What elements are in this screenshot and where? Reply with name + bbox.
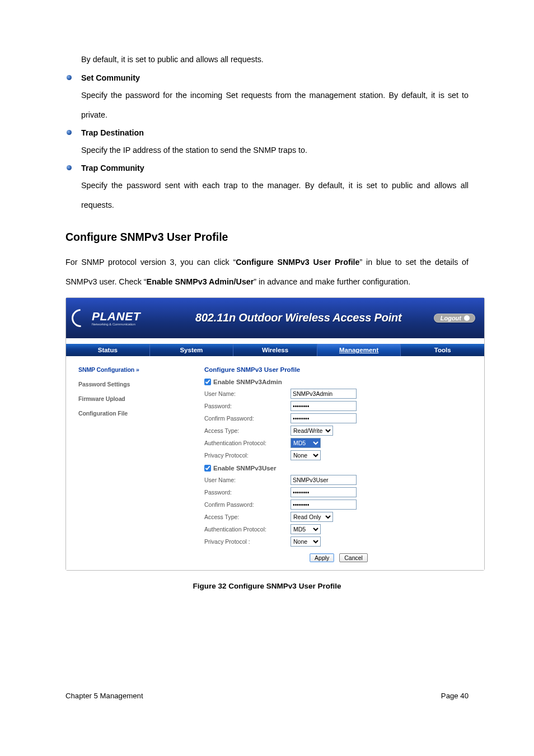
bullet-item: Set Community Specify the password for t… <box>65 73 469 125</box>
main-nav: Status System Wireless Management Tools <box>66 344 484 356</box>
bullet-icon <box>67 130 72 135</box>
router-screenshot: PLANET Networking & Communication 802.11… <box>65 297 485 571</box>
power-icon <box>464 315 470 321</box>
enable-snmpv3-user-row: Enable SNMPv3User <box>204 465 473 472</box>
footer-chapter: Chapter 5 Management <box>65 692 143 700</box>
bullet-title: Set Community <box>81 73 140 82</box>
logout-button[interactable]: Logout <box>434 314 475 323</box>
side-menu: SNMP Configuration» Password Settings Fi… <box>66 356 182 570</box>
para-bold: Enable SNMPv3 Admin/User <box>147 277 254 286</box>
user-username-input[interactable] <box>291 475 357 485</box>
admin-field-grid: User Name: Password: Confirm Password: A… <box>204 389 473 460</box>
sidebar-item-snmp-configuration[interactable]: SNMP Configuration» <box>78 366 176 373</box>
admin-access-select[interactable]: Read/Write <box>291 426 333 436</box>
sidebar-item-firmware-upload[interactable]: Firmware Upload <box>78 395 176 402</box>
user-confirm-label: Confirm Password: <box>204 501 288 508</box>
bullet-title: Trap Community <box>81 164 144 172</box>
enable-snmpv3-user-checkbox[interactable] <box>204 465 211 472</box>
user-priv-label: Privacy Protocol : <box>204 538 288 545</box>
router-header: PLANET Networking & Communication 802.11… <box>66 298 484 338</box>
intro-text: By default, it is set to public and allo… <box>81 50 469 69</box>
config-title-link[interactable]: Configure SNMPv3 User Profile <box>204 366 473 373</box>
bullet-desc: Specify the password sent with each trap… <box>81 176 469 215</box>
admin-username-input[interactable] <box>291 389 357 399</box>
para-bold: Configure SNMPv3 User Profile <box>236 258 359 267</box>
enable-snmpv3-admin-row: Enable SNMPv3Admin <box>204 379 473 385</box>
user-confirm-input[interactable] <box>291 500 357 510</box>
bullet-item: Trap Community Specify the password sent… <box>65 164 469 215</box>
admin-priv-label: Privacy Protocol: <box>204 452 288 459</box>
tab-system[interactable]: System <box>150 344 234 356</box>
chevron-right-icon: » <box>136 366 139 373</box>
user-priv-select[interactable]: None <box>291 536 321 547</box>
user-auth-label: Authentication Protocol: <box>204 526 288 533</box>
user-access-label: Access Type: <box>204 514 288 520</box>
user-password-label: Password: <box>204 489 288 496</box>
section-paragraph: For SNMP protocol version 3, you can cli… <box>65 253 469 292</box>
bullet-desc: Specify the password for the incoming Se… <box>81 86 469 125</box>
device-title: 802.11n Outdoor Wireless Access Point <box>195 311 401 324</box>
para-text: ” in advance and make further configurat… <box>254 277 410 286</box>
bullet-icon <box>67 165 72 170</box>
admin-username-label: User Name: <box>204 390 288 397</box>
planet-swirl-icon <box>68 305 93 330</box>
brand-logo: PLANET Networking & Communication <box>72 309 140 327</box>
tab-management[interactable]: Management <box>317 344 401 356</box>
sidebar-item-password-settings[interactable]: Password Settings <box>78 381 176 388</box>
admin-confirm-label: Confirm Password: <box>204 415 288 422</box>
page-footer: Chapter 5 Management Page 40 <box>65 692 469 700</box>
apply-button[interactable]: Apply <box>310 553 334 562</box>
user-field-grid: User Name: Password: Confirm Password: A… <box>204 475 473 547</box>
user-auth-select[interactable]: MD5 <box>291 524 321 534</box>
header-strip <box>66 338 484 344</box>
admin-priv-select[interactable]: None <box>291 450 321 460</box>
figure-caption: Figure 32 Configure SNMPv3 User Profile <box>65 582 469 590</box>
tab-status[interactable]: Status <box>66 344 150 356</box>
logout-label: Logout <box>441 315 461 321</box>
footer-page-number: Page 40 <box>441 692 469 700</box>
action-button-row: Apply Cancel <box>204 553 473 562</box>
admin-password-label: Password: <box>204 403 288 409</box>
cancel-button[interactable]: Cancel <box>339 553 368 562</box>
enable-snmpv3-admin-checkbox[interactable] <box>204 379 211 385</box>
sidebar-item-configuration-file[interactable]: Configuration File <box>78 410 176 417</box>
tab-wireless[interactable]: Wireless <box>233 344 317 356</box>
enable-snmpv3-user-label: Enable SNMPv3User <box>213 465 277 472</box>
bullet-title: Trap Destination <box>81 128 144 137</box>
enable-snmpv3-admin-label: Enable SNMPv3Admin <box>213 379 282 385</box>
admin-confirm-input[interactable] <box>291 413 357 423</box>
user-password-input[interactable] <box>291 487 357 497</box>
tab-tools[interactable]: Tools <box>401 344 484 356</box>
user-access-select[interactable]: Read Only <box>291 512 333 522</box>
bullet-item: Trap Destination Specify the IP address … <box>65 128 469 160</box>
user-username-label: User Name: <box>204 477 288 483</box>
bullet-desc: Specify the IP address of the station to… <box>81 141 469 160</box>
admin-access-label: Access Type: <box>204 427 288 434</box>
admin-auth-select[interactable]: MD5 <box>291 438 321 448</box>
para-text: For SNMP protocol version 3, you can cli… <box>65 258 236 267</box>
admin-password-input[interactable] <box>291 401 357 411</box>
sidebar-item-label: SNMP Configuration <box>78 366 134 373</box>
admin-auth-label: Authentication Protocol: <box>204 440 288 446</box>
brand-name: PLANET <box>92 310 140 323</box>
brand-subtitle: Networking & Communication <box>92 322 140 326</box>
bullet-icon <box>67 75 72 80</box>
config-area: Configure SNMPv3 User Profile Enable SNM… <box>182 356 484 570</box>
section-heading: Configure SNMPv3 User Profile <box>65 231 469 244</box>
